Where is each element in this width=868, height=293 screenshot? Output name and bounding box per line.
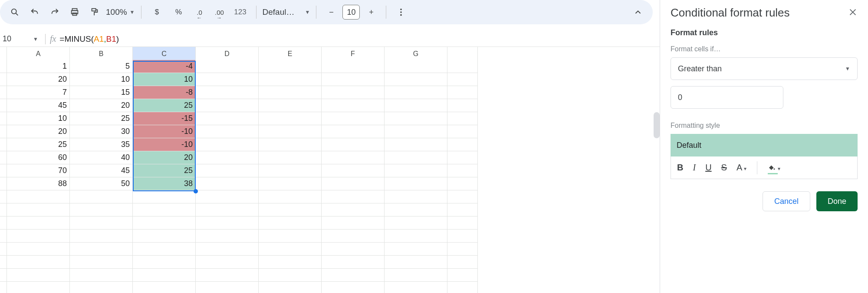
column-header[interactable]: A [7, 47, 70, 61]
cell[interactable] [385, 125, 447, 138]
cell[interactable] [196, 203, 259, 216]
cell[interactable]: 7 [7, 86, 70, 99]
cell[interactable]: 40 [70, 151, 133, 164]
cell[interactable]: 20 [133, 151, 196, 164]
cell[interactable] [259, 243, 322, 256]
row-header[interactable] [0, 151, 7, 164]
cell[interactable] [133, 269, 196, 282]
cell[interactable] [447, 243, 478, 256]
cell[interactable]: -4 [133, 60, 196, 73]
cell[interactable] [133, 256, 196, 269]
cell[interactable] [70, 216, 133, 230]
condition-value-input[interactable]: 0 [671, 86, 783, 109]
cell[interactable]: -15 [133, 112, 196, 125]
cell[interactable] [196, 125, 259, 138]
row-header[interactable] [0, 60, 7, 73]
cell[interactable] [259, 177, 322, 190]
cell[interactable] [133, 216, 196, 230]
cell[interactable] [259, 73, 322, 86]
column-header[interactable]: E [259, 47, 322, 61]
cell[interactable] [385, 138, 447, 151]
cell[interactable] [259, 216, 322, 230]
cell[interactable] [259, 138, 322, 151]
cell[interactable]: 25 [133, 99, 196, 112]
cell[interactable] [196, 60, 259, 73]
cell[interactable] [385, 190, 447, 203]
cell[interactable] [385, 60, 447, 73]
decrease-decimal-button[interactable]: .0← [191, 3, 208, 21]
cell[interactable] [133, 190, 196, 203]
cell[interactable] [133, 243, 196, 256]
cell[interactable] [385, 203, 447, 216]
row-header[interactable] [0, 243, 7, 256]
row-header[interactable] [0, 138, 7, 151]
cell[interactable]: 15 [70, 86, 133, 99]
row-header[interactable] [0, 73, 7, 86]
cell[interactable] [259, 269, 322, 282]
cell[interactable] [259, 60, 322, 73]
column-header[interactable]: C [133, 47, 196, 61]
cell[interactable]: 88 [7, 177, 70, 190]
cell[interactable] [7, 216, 70, 230]
format-percent-button[interactable]: % [170, 3, 187, 21]
grid-corner[interactable] [0, 47, 7, 61]
cell[interactable] [322, 269, 385, 282]
row-header[interactable] [0, 190, 7, 203]
vertical-scrollbar-thumb[interactable] [654, 112, 660, 138]
cell[interactable] [259, 190, 322, 203]
cell[interactable] [133, 282, 196, 293]
cell[interactable] [447, 164, 478, 177]
row-header[interactable] [0, 177, 7, 190]
cell[interactable] [385, 216, 447, 230]
cell[interactable] [322, 203, 385, 216]
cell[interactable] [385, 164, 447, 177]
cell[interactable] [385, 282, 447, 293]
cell[interactable] [7, 203, 70, 216]
cell[interactable]: 5 [70, 60, 133, 73]
cell[interactable] [196, 269, 259, 282]
cell[interactable]: 10 [70, 73, 133, 86]
cell[interactable]: 10 [7, 112, 70, 125]
cell[interactable] [196, 282, 259, 293]
cancel-button[interactable]: Cancel [763, 191, 810, 211]
row-header[interactable] [0, 282, 7, 293]
cell[interactable]: 45 [70, 164, 133, 177]
row-header[interactable] [0, 99, 7, 112]
more-options-icon[interactable] [392, 3, 410, 21]
cell[interactable] [196, 99, 259, 112]
cell[interactable] [447, 73, 478, 86]
cell[interactable] [259, 112, 322, 125]
cell[interactable] [196, 73, 259, 86]
row-header[interactable] [0, 230, 7, 243]
cell[interactable] [447, 99, 478, 112]
cell[interactable]: 60 [7, 151, 70, 164]
cell[interactable] [322, 138, 385, 151]
row-header[interactable] [0, 86, 7, 99]
column-header[interactable] [447, 47, 478, 61]
increase-decimal-button[interactable]: .00→ [211, 3, 228, 21]
cell[interactable] [70, 256, 133, 269]
row-header[interactable] [0, 164, 7, 177]
cell[interactable] [7, 190, 70, 203]
row-header[interactable] [0, 112, 7, 125]
cell[interactable]: 25 [70, 112, 133, 125]
cell[interactable] [447, 190, 478, 203]
cell[interactable]: 25 [133, 164, 196, 177]
cell[interactable] [385, 256, 447, 269]
cell[interactable] [196, 230, 259, 243]
cell[interactable] [196, 151, 259, 164]
cell[interactable]: -10 [133, 138, 196, 151]
row-header[interactable] [0, 125, 7, 138]
cell[interactable] [7, 269, 70, 282]
cell[interactable] [322, 256, 385, 269]
fill-color-button[interactable]: ▾ [768, 163, 781, 173]
cell[interactable] [259, 164, 322, 177]
collapse-toolbar-icon[interactable] [629, 3, 647, 21]
formula-input[interactable]: =MINUS(A1,B1) [59, 34, 119, 44]
cell[interactable] [385, 177, 447, 190]
redo-icon[interactable] [46, 3, 63, 21]
cell[interactable] [196, 112, 259, 125]
cell[interactable] [322, 73, 385, 86]
cell[interactable] [322, 164, 385, 177]
row-header[interactable] [0, 269, 7, 282]
